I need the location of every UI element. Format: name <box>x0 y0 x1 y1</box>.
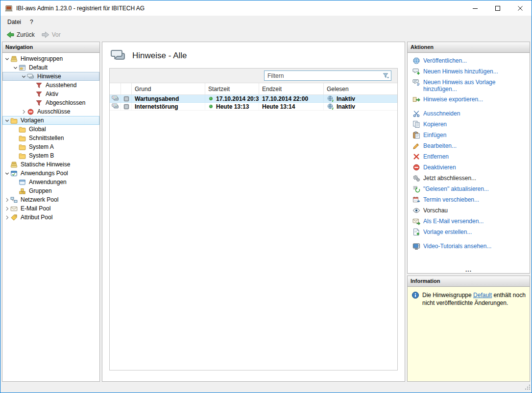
chevron-right-icon[interactable] <box>21 109 27 115</box>
cell-startzeit: 17.10.2014 20:30 <box>205 95 259 102</box>
action-hinweise-exportieren[interactable]: Hinweise exportieren... <box>412 96 526 103</box>
chevron-right-icon[interactable] <box>4 197 10 203</box>
action-label: Kopieren <box>423 121 447 128</box>
column-header-icon-1[interactable] <box>121 83 131 94</box>
filter-funnel-icon[interactable] <box>382 72 389 79</box>
close-button[interactable] <box>509 0 532 16</box>
sidebar-item-label: Default <box>27 64 49 71</box>
action-jetzt-abschliessen[interactable]: Jetzt abschliessen... <box>412 175 526 182</box>
actions-overflow[interactable]: ... <box>408 267 530 272</box>
sidebar-item-aktiv[interactable]: Aktiv <box>2 90 99 98</box>
back-button[interactable]: Zurück <box>3 30 38 40</box>
sidebar-item-statische-hinweise[interactable]: Statische Hinweise <box>2 160 99 169</box>
action-deaktivieren[interactable]: Deaktivieren <box>412 164 526 171</box>
action-gelesen-aktualisieren[interactable]: "Gelesen" aktualisieren... <box>412 185 526 193</box>
network-icon <box>10 196 18 204</box>
cell-endzeit: Heute 13:14 <box>259 103 323 110</box>
action-vorschau[interactable]: Vorschau <box>412 207 526 214</box>
sidebar-item-global[interactable]: Global <box>2 125 99 134</box>
information-body: Die Hinweisgruppe Default enthält noch n… <box>408 287 530 381</box>
sidebar-item-attribut-pool[interactable]: Attribut Pool <box>2 213 99 222</box>
action-ausschneiden[interactable]: Ausschneiden <box>412 110 526 117</box>
sidebar-item-ausschluesse[interactable]: Ausschlüsse <box>2 107 99 116</box>
copy-icon <box>412 120 420 128</box>
navigation-panel: Navigation HinweisgruppenDefaultHinweise… <box>2 42 100 382</box>
globe-sync-icon <box>327 103 334 110</box>
sidebar-item-hinweisgruppen[interactable]: Hinweisgruppen <box>2 54 99 63</box>
sidebar-item-ausstehend[interactable]: Ausstehend <box>2 81 99 90</box>
sidebar-item-abgeschlossen[interactable]: Abgeschlossen <box>2 98 99 107</box>
chevron-right-icon[interactable] <box>4 214 10 221</box>
action-label: Vorlage erstellen... <box>423 229 472 235</box>
hints-table: GrundStartzeitEndzeitGelesen Wartungsabe… <box>109 68 398 370</box>
publish-globe-icon <box>412 57 420 65</box>
refresh-list-icon <box>412 185 420 193</box>
action-entfernen[interactable]: Entfernen <box>412 153 526 161</box>
sidebar-item-netzwerk-pool[interactable]: Netzwerk Pool <box>2 195 99 204</box>
action-termin-verschieben[interactable]: Termin verschieben... <box>412 196 526 204</box>
column-header-startzeit[interactable]: Startzeit <box>205 83 259 94</box>
action-als-e-mail-versenden[interactable]: Als E-Mail versenden... <box>412 218 526 225</box>
sidebar-item-vorlagen[interactable]: Vorlagen <box>2 116 99 125</box>
menu-help[interactable]: ? <box>25 17 38 27</box>
forward-button[interactable]: Vor <box>38 30 64 40</box>
minimize-button[interactable] <box>464 0 486 16</box>
resize-grip[interactable] <box>525 384 531 392</box>
envelope-icon <box>10 205 18 212</box>
column-header-icon-0[interactable] <box>110 83 121 94</box>
chevron-down-icon[interactable] <box>4 117 10 124</box>
column-header-endzeit[interactable]: Endzeit <box>259 83 323 94</box>
speech-bubble-icon <box>110 48 126 64</box>
back-label: Zurück <box>17 31 35 38</box>
action-kopieren[interactable]: Kopieren <box>412 121 526 128</box>
info-default-link[interactable]: Default <box>473 292 492 299</box>
table-row-internetstoerung[interactable]: InternetstörungHeute 13:13Heute 13:14Ina… <box>110 103 397 111</box>
chevron-down-icon[interactable] <box>4 56 10 62</box>
speech-bubbles-icon <box>27 73 34 80</box>
action-einfuegen[interactable]: Einfügen <box>412 132 526 139</box>
titlebar: IBI-aws Admin 1.23.0 - registriert für I… <box>0 0 532 16</box>
action-video-tutorials-ansehen[interactable]: Video-Tutorials ansehen... <box>412 243 526 250</box>
information-panel: Information Die Hinweisgruppe Default en… <box>407 276 530 382</box>
chevron-down-icon[interactable] <box>12 65 19 71</box>
cell-gelesen: Inaktiv <box>323 95 397 102</box>
template-add-icon <box>412 228 420 236</box>
sidebar-item-anwendungs-pool[interactable]: Anwendungs Pool <box>2 169 99 178</box>
statusbar <box>0 382 532 393</box>
menu-datei[interactable]: Datei <box>3 17 25 27</box>
table-row-wartungsabend[interactable]: Wartungsabend17.10.2014 20:3017.10.2014 … <box>110 95 397 103</box>
chevron-right-icon[interactable] <box>4 206 10 212</box>
sidebar-item-default[interactable]: Default <box>2 63 99 72</box>
menubar: Datei ? <box>0 16 532 28</box>
sidebar-item-system-b[interactable]: System B <box>2 151 99 160</box>
sidebar-item-system-a[interactable]: System A <box>2 142 99 151</box>
sidebar-item-label: Anwendungen <box>27 178 68 186</box>
sidebar-item-label: Vorlagen <box>19 116 45 124</box>
sidebar-item-gruppen[interactable]: Gruppen <box>2 186 99 195</box>
action-label: Video-Tutorials ansehen... <box>423 243 491 250</box>
action-veroeffentlichen[interactable]: Veröffentlichen... <box>412 57 526 65</box>
filter-input[interactable] <box>267 72 382 79</box>
column-header-grund[interactable]: Grund <box>131 83 205 94</box>
sidebar-item-hinweise[interactable]: Hinweise <box>2 72 99 81</box>
sidebar-item-anwendungen[interactable]: Anwendungen <box>2 178 99 186</box>
sidebar-item-schnittstellen[interactable]: Schnittstellen <box>2 134 99 142</box>
action-neuen-hinweis-aus-vorlage-hinzufuegen[interactable]: Neuen Hinweis aus Vorlage hinzufügen... <box>412 79 526 92</box>
action-vorlage-erstellen[interactable]: Vorlage erstellen... <box>412 229 526 236</box>
sidebar-item-e-mail-pool[interactable]: E-Mail Pool <box>2 204 99 213</box>
chevron-down-icon[interactable] <box>4 170 10 177</box>
tag-icon <box>10 214 18 221</box>
main-panel: Hinweise - Alle GrundStartzeitEndzeitGel… <box>102 42 405 382</box>
column-header-gelesen[interactable]: Gelesen <box>323 83 397 94</box>
action-label: Entfernen <box>423 153 449 160</box>
action-label: Termin verschieben... <box>423 196 479 203</box>
action-list: Veröffentlichen...Neuen Hinweis hinzufüg… <box>408 53 530 254</box>
sidebar-item-label: Global <box>27 125 48 133</box>
cell-target <box>121 95 131 102</box>
action-bearbeiten[interactable]: Bearbeiten... <box>412 142 526 150</box>
app-window-icon <box>10 170 18 177</box>
action-neuen-hinweis-hinzufuegen[interactable]: Neuen Hinweis hinzufügen... <box>412 68 526 75</box>
folder-icon <box>19 135 26 142</box>
maximize-button[interactable] <box>486 0 509 16</box>
chevron-down-icon[interactable] <box>21 73 27 80</box>
